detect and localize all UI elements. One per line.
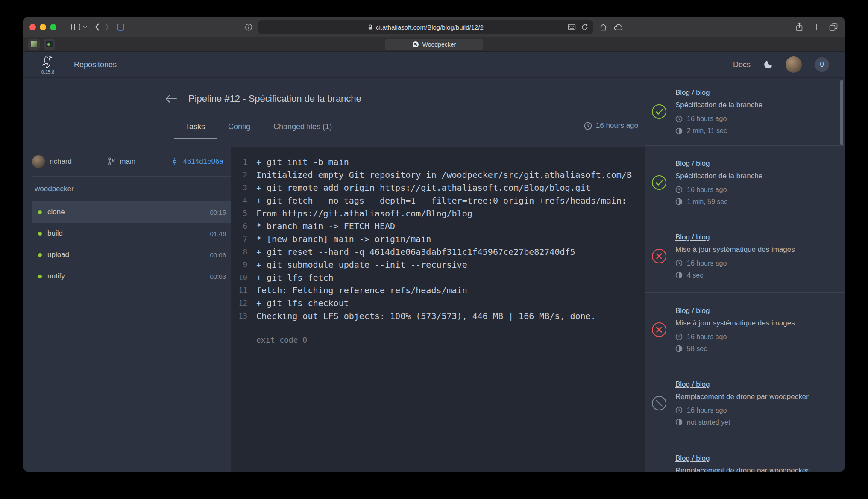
pipeline-tab-label: Tasks (185, 122, 205, 131)
task-item[interactable]: clone 00:15 (32, 201, 231, 223)
success-icon (651, 104, 667, 119)
build-time-row: 16 hours ago (675, 115, 837, 123)
log-pane[interactable]: 1 + git init -b main 2 Initialized empty… (231, 147, 645, 472)
icloud-tabs-button[interactable] (614, 24, 623, 30)
plus-icon (813, 24, 820, 30)
log-line-text: * [new branch] main -> origin/main (256, 234, 431, 244)
pipeline-tab[interactable]: Tasks (174, 115, 217, 139)
build-repo-link[interactable]: Blog / blog (675, 454, 710, 462)
new-tab-button[interactable] (813, 24, 820, 30)
clock-icon (675, 115, 683, 123)
build-duration-row: not started yet (675, 419, 837, 426)
navbar-right: Docs 0 (733, 56, 829, 73)
task-duration: 00:06 (210, 251, 226, 259)
commit-author: richard (32, 155, 72, 168)
address-bar[interactable]: ci.athaliasoft.com/Blog/blog/build/12/2 (258, 20, 593, 34)
build-time-row: 16 hours ago (675, 186, 837, 194)
failure-icon (651, 322, 667, 337)
woodpecker-favicon (412, 41, 419, 48)
build-entry[interactable]: Blog / blog Mise à jour systématique des… (645, 293, 845, 366)
branch-name: main (120, 157, 135, 166)
branch-icon (108, 157, 115, 165)
share-button[interactable] (795, 22, 803, 32)
info-icon (245, 24, 252, 31)
theme-toggle-button[interactable] (763, 60, 773, 69)
build-repo-link[interactable]: Blog / blog (675, 233, 710, 241)
woodpecker-logo-link[interactable]: 0.15.8 (41, 55, 55, 74)
build-entry[interactable]: Blog / blog Spécification de la branche … (645, 78, 845, 146)
notification-badge[interactable]: 0 (815, 57, 829, 72)
forward-button[interactable] (105, 23, 109, 31)
build-message: Spécification de la branche (675, 101, 837, 109)
toolbar-left-cluster (29, 17, 124, 37)
log-line: 9 + git submodule update --init --recurs… (231, 258, 645, 271)
back-button[interactable] (95, 23, 100, 31)
build-repo-link[interactable]: Blog / blog (675, 307, 710, 315)
tab-overview-button[interactable] (829, 23, 838, 31)
pipeline-tab[interactable]: Config (217, 115, 262, 139)
sidebar-toggle-button[interactable] (71, 24, 80, 30)
nav-repositories-link[interactable]: Repositories (74, 60, 117, 69)
build-duration: 4 sec (687, 272, 703, 279)
log-line-number: 2 (231, 171, 247, 179)
minimize-button[interactable] (40, 24, 46, 30)
task-item[interactable]: build 01:46 (32, 223, 231, 244)
author-name: richard (50, 157, 72, 166)
pinned-tab-1[interactable] (28, 39, 40, 50)
toolbar-center-cluster: ci.athaliasoft.com/Blog/blog/build/12/2 (245, 17, 623, 37)
duration-icon (675, 198, 683, 205)
sidebar-chevron-button[interactable] (83, 26, 87, 28)
pipeline-time: 16 hours ago (584, 119, 638, 133)
build-entry[interactable]: Blog / blog Spécification de la branche … (645, 146, 845, 219)
lock-icon (368, 24, 372, 30)
nav-docs-link[interactable]: Docs (733, 60, 751, 69)
build-list: Blog / blog Spécification de la branche … (645, 78, 845, 472)
home-button[interactable] (599, 23, 608, 31)
pipeline-tab-label: Config (228, 122, 250, 131)
active-tab[interactable]: Woodpecker (385, 39, 483, 50)
clock-icon (675, 407, 683, 414)
keyboard-button[interactable] (568, 24, 576, 30)
commit-link[interactable]: 4614d1e06a (183, 157, 223, 166)
commit-branch: main (108, 157, 135, 166)
fullscreen-button[interactable] (50, 24, 56, 30)
start-page-button[interactable] (117, 24, 124, 31)
task-status-dot (38, 210, 42, 214)
log-line: 12 + git lfs checkout (231, 297, 645, 310)
cloud-icon (614, 24, 623, 30)
log-line-number: 10 (231, 273, 247, 282)
log-line: 2 Initialized empty Git repository in /w… (231, 168, 645, 181)
build-body: Blog / blog Spécification de la branche … (675, 159, 837, 206)
page-info-button[interactable] (245, 24, 252, 31)
log-line-number: 8 (231, 248, 247, 256)
build-repo-link[interactable]: Blog / blog (675, 89, 710, 97)
log-line-number: 4 (231, 196, 247, 205)
log-line: 7 * [new branch] main -> origin/main (231, 233, 645, 245)
log-line: 6 * branch main -> FETCH_HEAD (231, 220, 645, 233)
build-entry[interactable]: Blog / blog Remplacement de drone par wo… (645, 440, 845, 472)
back-arrow-button[interactable] (164, 94, 177, 103)
log-line: 3 + git remote add origin https://git.at… (231, 181, 645, 194)
builds-sidebar[interactable]: Blog / blog Spécification de la branche … (645, 78, 845, 472)
close-button[interactable] (29, 24, 36, 30)
task-item[interactable]: upload 00:06 (32, 244, 231, 266)
failure-icon (651, 248, 667, 264)
log-line-text: + git reset --hard -q 4614d1e06a3dabf311… (256, 247, 575, 257)
build-message: Remplacement de drone par woodpecker (675, 467, 837, 472)
pinned-tab-2[interactable] (44, 39, 55, 50)
task-status-dot (38, 253, 42, 257)
log-line-number: 9 (231, 260, 247, 269)
build-repo-link[interactable]: Blog / blog (675, 380, 710, 388)
scrollbar-thumb[interactable] (840, 80, 843, 145)
reload-button[interactable] (581, 24, 589, 31)
build-entry[interactable]: Blog / blog Mise à jour systématique des… (645, 219, 845, 293)
woodpecker-page: 0.15.8 Repositories Docs 0 (23, 52, 845, 472)
pipeline-tab[interactable]: Changed files (1) (262, 115, 343, 139)
build-repo-link[interactable]: Blog / blog (675, 159, 710, 168)
build-duration: 1 min, 59 sec (687, 198, 727, 206)
build-entry[interactable]: Blog / blog Remplacement de drone par wo… (645, 366, 845, 440)
pipeline-tabs: Tasks Config Changed files (1) (174, 115, 343, 139)
user-avatar[interactable] (786, 56, 802, 73)
log-line-text: + git init -b main (256, 157, 349, 167)
task-item[interactable]: notify 00:03 (32, 266, 231, 287)
